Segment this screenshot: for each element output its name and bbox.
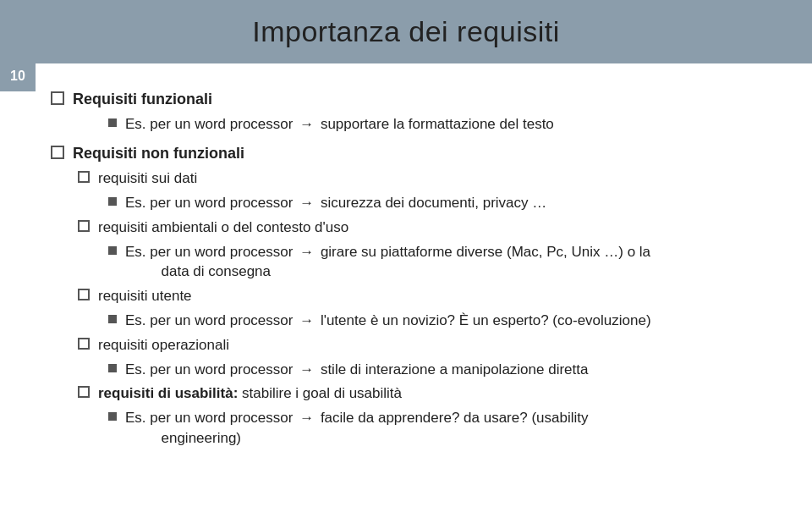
checkbox-icon: [51, 146, 64, 159]
level3-text: Es. per un word processor → sicurezza de…: [125, 193, 546, 213]
content-area: Requisiti funzionali Es. per un word pro…: [0, 63, 812, 468]
slide: Importanza dei requisiti 10 Requisiti fu…: [0, 0, 812, 529]
list-item: Es. per un word processor → supportare l…: [108, 114, 761, 135]
list-item: requisiti ambientali o del contesto d'us…: [78, 218, 761, 238]
level2-text: requisiti di usabilità: stabilire i goal…: [98, 383, 402, 404]
level3-text: Es. per un word processor → l'utente è u…: [125, 311, 651, 331]
level2-text: requisiti operazionali: [98, 335, 229, 355]
list-item: Es. per un word processor → girare su pi…: [108, 242, 761, 283]
list-item: requisiti di usabilità: stabilire i goal…: [78, 383, 761, 404]
list-item: Requisiti non funzionali: [51, 143, 761, 164]
title-bar: Importanza dei requisiti: [0, 0, 812, 63]
level1-text: Requisiti funzionali: [73, 89, 212, 110]
bullet-icon: [108, 364, 117, 372]
list-item: Es. per un word processor → facile da ap…: [108, 408, 761, 449]
level3-text: Es. per un word processor → girare su pi…: [125, 242, 650, 283]
checkbox-icon: [78, 289, 90, 300]
list-item: Es. per un word processor → l'utente è u…: [108, 311, 761, 331]
slide-number: 10: [0, 61, 36, 91]
list-item: requisiti operazionali: [78, 335, 761, 355]
bullet-icon: [108, 315, 117, 323]
checkbox-icon: [51, 91, 64, 105]
list-item: requisiti utente: [78, 286, 761, 306]
level3-text: Es. per un word processor → stile di int…: [125, 360, 588, 380]
checkbox-icon: [78, 171, 90, 183]
bullet-icon: [108, 197, 117, 206]
slide-title: Importanza dei requisiti: [34, 15, 778, 48]
list-item: Es. per un word processor → stile di int…: [108, 360, 761, 380]
bullet-icon: [108, 246, 117, 255]
level3-text: Es. per un word processor → supportare l…: [125, 114, 554, 135]
bullet-icon: [108, 118, 117, 127]
bullet-icon: [108, 412, 117, 421]
checkbox-icon: [78, 220, 90, 232]
level2-text: requisiti sui dati: [98, 168, 197, 189]
level2-text: requisiti ambientali o del contesto d'us…: [98, 218, 348, 238]
list-item: Es. per un word processor → sicurezza de…: [108, 193, 761, 213]
checkbox-icon: [78, 386, 90, 398]
list-item: requisiti sui dati: [78, 168, 761, 189]
level2-text: requisiti utente: [98, 286, 192, 306]
level3-text: Es. per un word processor → facile da ap…: [125, 408, 588, 449]
checkbox-icon: [78, 338, 90, 350]
list-item: Requisiti funzionali: [51, 89, 761, 110]
level1-text: Requisiti non funzionali: [73, 143, 244, 164]
